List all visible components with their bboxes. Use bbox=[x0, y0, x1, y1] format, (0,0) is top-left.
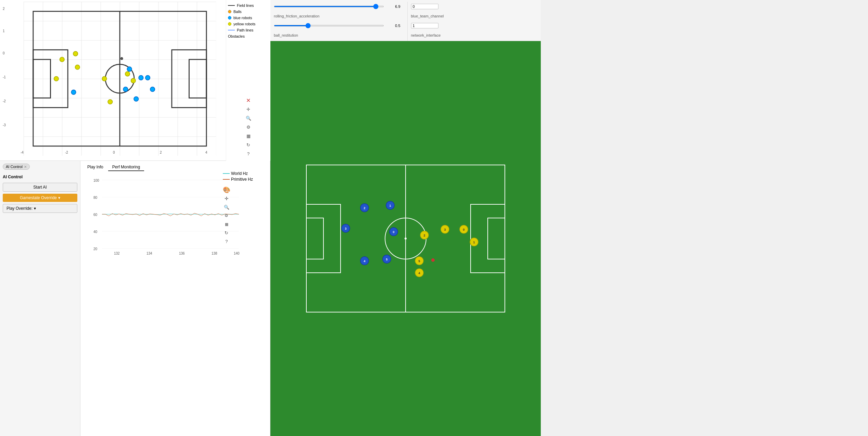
svg-text:1: 1 bbox=[473, 241, 475, 244]
svg-point-24 bbox=[120, 57, 123, 60]
legend-blue-label: blue robots bbox=[233, 16, 252, 20]
legend-field-lines: Field lines bbox=[228, 3, 269, 8]
field-area: 2 1 0 -1 -2 -3 -4 -2 0 2 4 Field lines B… bbox=[0, 0, 270, 161]
svg-text:5: 5 bbox=[418, 259, 420, 263]
close-icon[interactable]: ✕ bbox=[245, 97, 252, 104]
svg-text:40: 40 bbox=[93, 230, 98, 234]
path-lines-icon bbox=[228, 30, 235, 30]
play-override-button[interactable]: Play Override: ▾ bbox=[3, 204, 77, 213]
legend-yellow-label: yellow robots bbox=[233, 22, 255, 26]
legend-path-lines-label: Path lines bbox=[237, 28, 253, 32]
ai-control-title: AI Control bbox=[3, 173, 77, 181]
blue-team-channel-input-row bbox=[411, 21, 538, 30]
soccer-field: 2 1 3 0 4 5 2 3 0 1 bbox=[296, 155, 515, 322]
gamestate-override-button[interactable]: Gamestate Override ▾ bbox=[3, 194, 77, 202]
network-interface-row: network_interface bbox=[411, 30, 538, 40]
search-icon[interactable]: 🔍 bbox=[245, 114, 252, 122]
start-ai-button[interactable]: Start AI bbox=[3, 183, 77, 192]
bottom-area: AI Control ✕ AI Control Start AI Gamesta… bbox=[0, 161, 270, 436]
x-axis-neg4: -4 bbox=[21, 151, 24, 154]
svg-point-18 bbox=[139, 75, 143, 80]
primitive-hz-label: Primitive Hz bbox=[231, 177, 253, 182]
x-axis-2: 2 bbox=[160, 151, 162, 154]
field-diagram bbox=[10, 2, 229, 156]
svg-text:3: 3 bbox=[345, 227, 346, 230]
world-hz-label: World Hz bbox=[231, 171, 248, 176]
svg-text:140: 140 bbox=[234, 252, 240, 255]
chart-settings-icon[interactable]: ⚙ bbox=[223, 212, 230, 219]
top-slider[interactable] bbox=[274, 6, 384, 7]
settings-icon[interactable]: ⚙ bbox=[245, 123, 252, 131]
svg-point-44 bbox=[405, 238, 407, 240]
chart-color-icon[interactable]: 🎨 bbox=[223, 186, 230, 194]
y-axis-0: 0 bbox=[3, 51, 5, 55]
svg-text:80: 80 bbox=[93, 196, 98, 200]
ai-control-tab[interactable]: AI Control ✕ bbox=[3, 164, 30, 170]
ai-control-panel: AI Control ✕ AI Control Start AI Gamesta… bbox=[0, 161, 80, 436]
svg-point-21 bbox=[127, 67, 132, 72]
svg-text:20: 20 bbox=[93, 247, 98, 251]
rolling-friction-label: rolling_friction_acceleration bbox=[274, 14, 335, 18]
ai-control-tab-label: AI Control bbox=[6, 165, 23, 169]
chart-refresh-icon[interactable]: ↻ bbox=[223, 229, 230, 236]
field-lines-icon bbox=[228, 5, 235, 6]
blue-team-channel-input[interactable] bbox=[411, 23, 438, 28]
tab-play-info[interactable]: Play Info bbox=[83, 164, 107, 171]
chart-move-icon[interactable]: ✛ bbox=[223, 195, 230, 202]
y-axis-1: 1 bbox=[3, 29, 5, 33]
y-axis-2: 2 bbox=[3, 7, 5, 11]
svg-text:134: 134 bbox=[146, 252, 152, 255]
x-axis-4: 4 bbox=[205, 151, 207, 154]
top-value-row: 6.9 bbox=[274, 2, 400, 11]
chart-layout-icon[interactable]: ▦ bbox=[223, 220, 230, 228]
move-icon[interactable]: ✛ bbox=[245, 105, 252, 113]
right-panel: 6.9 rolling_friction_acceleration 0.5 ba… bbox=[270, 0, 541, 436]
svg-point-14 bbox=[75, 65, 80, 70]
rolling-friction-slider[interactable] bbox=[274, 25, 384, 26]
blue-team-channel-row: blue_team_channel bbox=[411, 11, 538, 21]
svg-text:132: 132 bbox=[114, 252, 120, 255]
svg-point-9 bbox=[54, 76, 59, 81]
balls-icon bbox=[228, 10, 231, 13]
perf-chart: 100 80 60 40 20 132 134 136 138 140 bbox=[93, 177, 244, 259]
rolling-friction-slider-row: 0.5 bbox=[274, 21, 400, 30]
layout-icon[interactable]: ▦ bbox=[245, 132, 252, 140]
chart-help-icon[interactable]: ? bbox=[223, 238, 230, 245]
chart-toolbar: 🎨 ✛ 🔍 ⚙ ▦ ↻ ? bbox=[223, 186, 253, 245]
svg-point-19 bbox=[145, 75, 150, 80]
svg-text:138: 138 bbox=[212, 252, 217, 255]
blue-team-channel-label: blue_team_channel bbox=[411, 14, 473, 18]
legend-balls: Balls bbox=[228, 10, 269, 14]
svg-point-13 bbox=[60, 57, 65, 62]
legend-yellow-robots: yellow robots bbox=[228, 22, 269, 26]
legend-path-lines: Path lines bbox=[228, 28, 269, 32]
svg-text:0: 0 bbox=[463, 228, 464, 231]
close-tab-icon[interactable]: ✕ bbox=[24, 165, 27, 169]
legend-primitive-hz: Primitive Hz bbox=[223, 177, 253, 182]
svg-point-23 bbox=[134, 97, 139, 101]
green-field-container: 2 1 3 0 4 5 2 3 0 1 bbox=[270, 41, 541, 436]
svg-point-11 bbox=[125, 72, 130, 76]
top-slider-container bbox=[274, 6, 384, 7]
svg-point-16 bbox=[108, 100, 113, 104]
top-right-input[interactable] bbox=[411, 4, 438, 9]
ball-restitution-label: ball_restitution bbox=[274, 33, 335, 37]
help-icon[interactable]: ? bbox=[245, 150, 252, 157]
refresh-icon[interactable]: ↻ bbox=[245, 141, 252, 149]
svg-point-17 bbox=[71, 90, 76, 95]
primitive-hz-color bbox=[223, 179, 230, 180]
svg-text:3: 3 bbox=[444, 228, 446, 231]
legend-obstacles: Obstacles bbox=[228, 34, 269, 38]
rolling-friction-row: rolling_friction_acceleration bbox=[274, 11, 400, 21]
svg-point-20 bbox=[150, 87, 155, 92]
svg-point-22 bbox=[123, 87, 128, 92]
chart-area: Play Info Perf Monitoring World Hz Primi… bbox=[80, 161, 270, 436]
chart-search-icon[interactable]: 🔍 bbox=[223, 203, 230, 211]
tab-perf-monitoring[interactable]: Perf Monitoring bbox=[108, 164, 144, 171]
x-axis-0: 0 bbox=[113, 151, 115, 154]
left-panel: 2 1 0 -1 -2 -3 -4 -2 0 2 4 Field lines B… bbox=[0, 0, 270, 436]
svg-text:2: 2 bbox=[423, 234, 425, 237]
rolling-friction-value: 0.5 bbox=[387, 24, 400, 28]
svg-text:1: 1 bbox=[389, 204, 391, 207]
svg-point-12 bbox=[131, 78, 136, 83]
